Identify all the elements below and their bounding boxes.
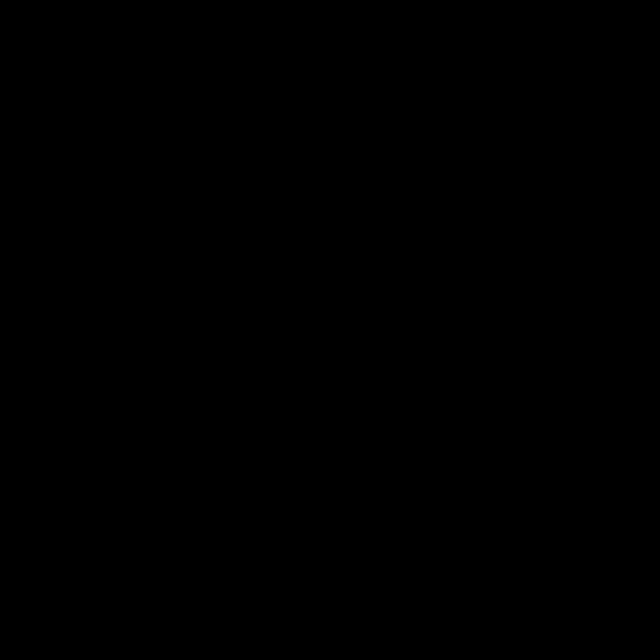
chart-frame bbox=[0, 0, 644, 644]
bottleneck-plot bbox=[0, 0, 644, 644]
